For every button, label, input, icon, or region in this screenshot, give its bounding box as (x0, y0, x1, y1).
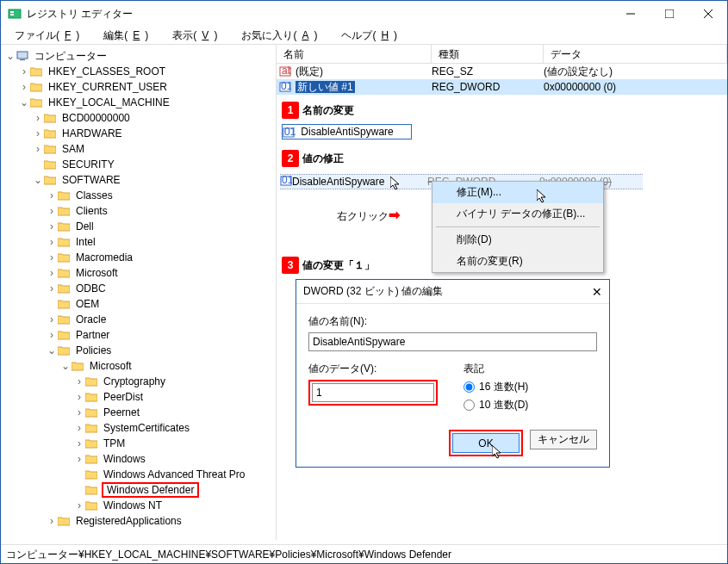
col-name[interactable]: 名前 (277, 45, 432, 63)
context-menu: 修正(M)... バイナリ データの修正(B)... 削除(D) 名前の変更(R… (432, 181, 604, 273)
menu-fav[interactable]: お気に入り(A) (231, 27, 327, 44)
svg-text:ab: ab (282, 65, 291, 77)
ctx-rename[interactable]: 名前の変更(R) (432, 251, 603, 272)
edit-dword-dialog: DWORD (32 ビット) 値の編集 ✕ 値の名前(N): 値のデータ(V):… (296, 279, 610, 468)
menubar: ファイル(F) 編集(E) 表示(V) お気に入り(A) ヘルプ(H) (1, 27, 727, 44)
tree-hkcu[interactable]: HKEY_CURRENT_USER (47, 81, 169, 93)
dialog-close-button[interactable]: ✕ (592, 285, 602, 299)
minimize-button[interactable] (611, 2, 650, 27)
tree-hklm[interactable]: HKEY_LOCAL_MACHINE (47, 96, 171, 108)
svg-rect-8 (20, 59, 25, 60)
tree-pane[interactable]: ⌄コンピューター ›HKEY_CLASSES_ROOT ›HKEY_CURREN… (1, 45, 277, 540)
menu-edit[interactable]: 編集(E) (93, 27, 159, 44)
computer-icon (16, 50, 30, 62)
svg-rect-7 (17, 52, 28, 59)
value-data-label: 値のデータ(V): (308, 362, 438, 376)
svg-text:011: 011 (284, 127, 296, 138)
status-bar: コンピューター¥HKEY_LOCAL_MACHINE¥SOFTWARE¥Poli… (1, 544, 727, 563)
ctx-modify[interactable]: 修正(M)... (432, 182, 603, 203)
menu-help[interactable]: ヘルプ(H) (331, 27, 408, 44)
cancel-button[interactable]: キャンセル (530, 430, 597, 449)
close-button[interactable] (688, 2, 727, 27)
radix-hex[interactable]: 16 進数(H) (464, 380, 528, 394)
value-name-label: 値の名前(N): (308, 314, 597, 329)
menu-view[interactable]: 表示(V) (162, 27, 227, 44)
window-title: レジストリ エディター (27, 7, 611, 22)
expand-icon[interactable]: ⌄ (4, 50, 16, 62)
annotation-1: 1名前の変更 (282, 102, 354, 119)
tree-hkcr[interactable]: HKEY_CLASSES_ROOT (47, 65, 167, 77)
col-type[interactable]: 種類 (432, 45, 544, 63)
column-headers[interactable]: 名前 種類 データ (277, 45, 727, 64)
ok-button[interactable]: OK (452, 433, 520, 453)
svg-rect-4 (665, 9, 674, 18)
rename-edit-box[interactable]: 011 (282, 124, 412, 139)
maximize-button[interactable] (650, 2, 688, 27)
titlebar: レジストリ エディター (1, 1, 727, 27)
rename-input[interactable] (299, 125, 411, 139)
ctx-delete[interactable]: 削除(D) (432, 229, 603, 251)
radix-label: 表記 (464, 362, 528, 376)
value-row-default[interactable]: ab (既定) REG_SZ (値の設定なし) (277, 64, 727, 79)
svg-text:011: 011 (282, 175, 292, 186)
radix-dec[interactable]: 10 進数(D) (464, 398, 528, 412)
value-name-input[interactable] (308, 332, 597, 351)
string-icon: ab (277, 65, 294, 77)
tree-windows-defender[interactable]: Windows Defender (102, 482, 199, 498)
regedit-icon (8, 7, 22, 21)
svg-rect-1 (10, 11, 14, 13)
dword-icon: 011 (277, 81, 294, 93)
right-click-label: 右クリック➡ (337, 207, 400, 224)
value-row-new[interactable]: 011 新しい値 #1 REG_DWORD 0x00000000 (0) (277, 79, 727, 95)
annotation-3: 3値の変更「１」 (282, 257, 375, 274)
menu-file[interactable]: ファイル(F) (4, 27, 90, 44)
ctx-modify-binary[interactable]: バイナリ データの修正(B)... (432, 203, 603, 225)
dword-icon: 011 (280, 175, 292, 189)
dialog-title: DWORD (32 ビット) 値の編集 (303, 284, 443, 299)
svg-rect-2 (10, 14, 14, 15)
annotation-2: 2値の修正 (282, 150, 344, 167)
value-data-input[interactable] (312, 383, 434, 402)
svg-text:011: 011 (281, 81, 291, 92)
value-list-pane: 名前 種類 データ ab (既定) REG_SZ (値の設定なし) 011 新し… (277, 45, 727, 540)
tree-root[interactable]: コンピューター (33, 49, 109, 64)
folder-icon (30, 65, 44, 77)
col-data[interactable]: データ (544, 45, 727, 63)
